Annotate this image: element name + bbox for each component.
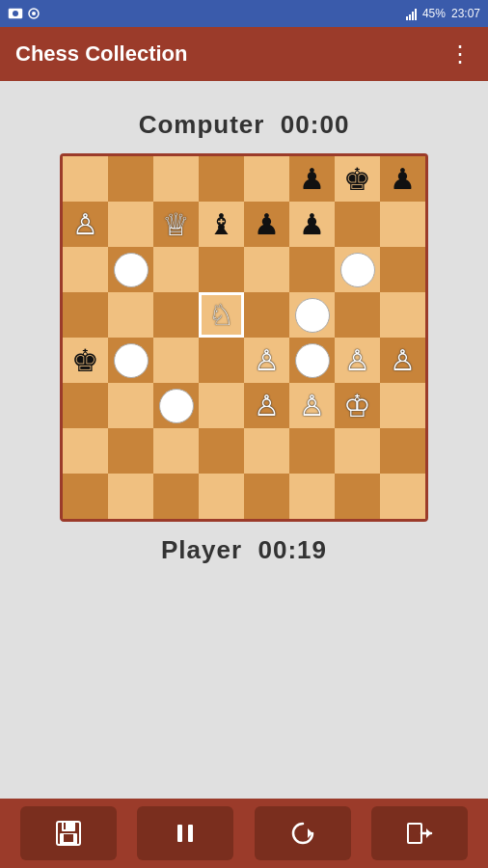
board-cell-5-2[interactable] — [153, 383, 199, 428]
board-cell-6-4[interactable] — [244, 428, 289, 474]
exit-button[interactable] — [371, 806, 468, 860]
board-cell-4-3[interactable] — [199, 338, 244, 383]
status-bar: 45% 23:07 — [0, 0, 488, 27]
board-cell-4-2[interactable] — [153, 338, 199, 383]
board-cell-2-4[interactable] — [244, 247, 289, 292]
board-cell-1-7[interactable] — [380, 202, 425, 247]
board-cell-6-3[interactable] — [199, 428, 244, 474]
board-cell-5-5[interactable]: ♙ — [289, 383, 335, 428]
pause-icon — [171, 819, 200, 848]
chess-piece: ♟ — [299, 210, 325, 239]
chess-piece: ♔ — [343, 391, 371, 421]
svg-point-3 — [32, 12, 36, 15]
board-cell-6-6[interactable] — [335, 428, 380, 474]
board-cell-4-5[interactable] — [289, 338, 335, 383]
menu-button[interactable]: ⋮ — [448, 41, 473, 68]
time-display: 23:07 — [451, 7, 480, 20]
board-cell-5-1[interactable] — [108, 383, 153, 428]
chess-piece: ♕ — [162, 209, 190, 240]
board-cell-5-3[interactable] — [199, 383, 244, 428]
board-cell-0-4[interactable] — [244, 156, 289, 202]
chess-piece: ♚ — [71, 345, 99, 376]
app-bar: Chess Collection ⋮ — [0, 27, 488, 81]
board-cell-5-4[interactable]: ♙ — [244, 383, 289, 428]
board-cell-7-6[interactable] — [335, 474, 380, 519]
board-cell-0-3[interactable] — [199, 156, 244, 202]
chess-piece: ♙ — [254, 392, 280, 420]
board-cell-2-7[interactable] — [380, 247, 425, 292]
exit-icon — [405, 819, 434, 848]
svg-point-1 — [13, 11, 18, 16]
board-cell-7-7[interactable] — [380, 474, 425, 519]
board-cell-1-6[interactable] — [335, 202, 380, 247]
board-cell-7-0[interactable] — [63, 474, 108, 519]
photo-icon — [8, 7, 23, 20]
chess-piece: ♙ — [390, 346, 416, 375]
board-cell-3-5[interactable] — [289, 292, 335, 338]
board-cell-4-7[interactable]: ♙ — [380, 338, 425, 383]
board-cell-6-1[interactable] — [108, 428, 153, 474]
chess-piece: ♙ — [299, 392, 325, 420]
signal-icon — [406, 7, 417, 20]
status-bar-left — [8, 7, 41, 20]
board-cell-4-1[interactable] — [108, 338, 153, 383]
main-content: Computer 00:00 ♟♚♟♙♕♝♟♟♘♚♙♙♙♙♙♔ Player 0… — [0, 81, 488, 565]
board-cell-0-1[interactable] — [108, 156, 153, 202]
board-cell-1-5[interactable]: ♟ — [289, 202, 335, 247]
chess-piece: ♝ — [208, 210, 234, 239]
svg-rect-8 — [64, 823, 66, 829]
board-cell-7-4[interactable] — [244, 474, 289, 519]
board-cell-3-4[interactable] — [244, 292, 289, 338]
board-cell-6-2[interactable] — [153, 428, 199, 474]
board-cell-2-0[interactable] — [63, 247, 108, 292]
save-button[interactable] — [20, 806, 117, 860]
svg-rect-12 — [408, 824, 421, 843]
board-cell-6-5[interactable] — [289, 428, 335, 474]
rewind-button[interactable] — [255, 806, 351, 860]
board-cell-2-6[interactable] — [335, 247, 380, 292]
board-cell-1-1[interactable] — [108, 202, 153, 247]
player-label: Player 00:19 — [161, 535, 327, 565]
board-cell-0-7[interactable]: ♟ — [380, 156, 425, 202]
board-cell-7-5[interactable] — [289, 474, 335, 519]
piece-white-circle — [159, 389, 194, 423]
chess-piece: ♚ — [343, 164, 371, 195]
board-cell-0-6[interactable]: ♚ — [335, 156, 380, 202]
board-cell-0-2[interactable] — [153, 156, 199, 202]
board-cell-4-4[interactable]: ♙ — [244, 338, 289, 383]
board-cell-2-3[interactable] — [199, 247, 244, 292]
board-cell-5-7[interactable] — [380, 383, 425, 428]
board-cell-0-5[interactable]: ♟ — [289, 156, 335, 202]
board-cell-1-3[interactable]: ♝ — [199, 202, 244, 247]
chess-piece: ♙ — [254, 346, 280, 375]
board-cell-1-4[interactable]: ♟ — [244, 202, 289, 247]
pause-button[interactable] — [137, 806, 233, 860]
board-cell-7-2[interactable] — [153, 474, 199, 519]
app-title: Chess Collection — [15, 41, 187, 67]
board-cell-7-3[interactable] — [199, 474, 244, 519]
board-cell-3-1[interactable] — [108, 292, 153, 338]
board-cell-4-6[interactable]: ♙ — [335, 338, 380, 383]
board-cell-4-0[interactable]: ♚ — [63, 338, 108, 383]
chess-board[interactable]: ♟♚♟♙♕♝♟♟♘♚♙♙♙♙♙♔ — [63, 156, 425, 519]
board-cell-6-7[interactable] — [380, 428, 425, 474]
board-cell-3-7[interactable] — [380, 292, 425, 338]
computer-label: Computer 00:00 — [139, 110, 350, 140]
piece-white-circle — [295, 343, 330, 378]
board-cell-1-0[interactable]: ♙ — [63, 202, 108, 247]
board-cell-3-6[interactable] — [335, 292, 380, 338]
board-cell-2-1[interactable] — [108, 247, 153, 292]
board-cell-0-0[interactable] — [63, 156, 108, 202]
board-cell-5-0[interactable] — [63, 383, 108, 428]
board-cell-5-6[interactable]: ♔ — [335, 383, 380, 428]
chess-piece: ♙ — [344, 346, 370, 375]
board-cell-3-3[interactable]: ♘ — [199, 292, 244, 338]
board-cell-7-1[interactable] — [108, 474, 153, 519]
board-cell-2-5[interactable] — [289, 247, 335, 292]
board-cell-2-2[interactable] — [153, 247, 199, 292]
board-cell-6-0[interactable] — [63, 428, 108, 474]
board-cell-1-2[interactable]: ♕ — [153, 202, 199, 247]
chess-piece: ♘ — [208, 301, 234, 330]
board-cell-3-0[interactable] — [63, 292, 108, 338]
board-cell-3-2[interactable] — [153, 292, 199, 338]
